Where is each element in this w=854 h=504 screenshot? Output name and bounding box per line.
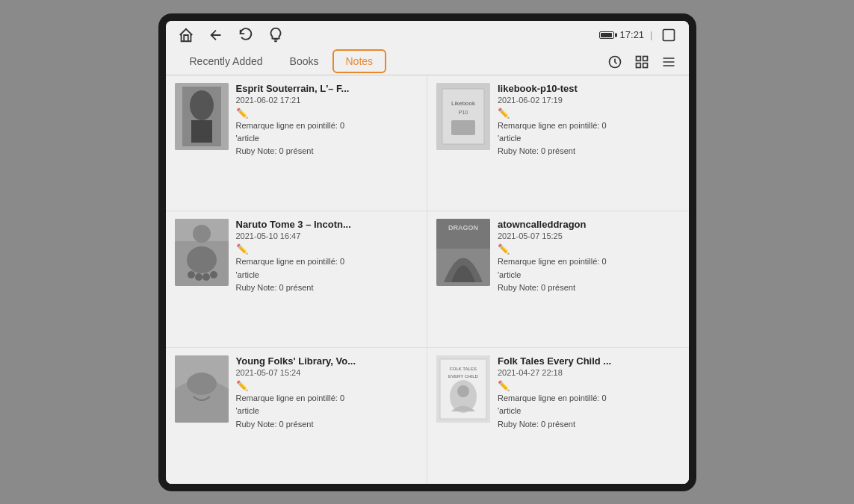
book-cover-likebook: Likebook P10 [436,83,490,150]
book-ruby: Ruby Note: 0 présent [236,146,418,157]
note-pencil-icon: ✏️ [498,243,680,255]
svg-point-21 [187,246,217,273]
book-date: 2021-05-07 15:24 [236,368,418,377]
book-date: 2021-04-27 22:18 [498,368,680,377]
refresh-icon[interactable] [236,25,256,45]
book-info-dragon: atowncalleddragon 2021-05-07 15:25 ✏️ Re… [498,219,680,293]
list-item[interactable]: FOLK TALES EVERY CHILD Folk Tales Every … [427,348,689,484]
book-cover-youngfolks [175,355,229,423]
svg-rect-17 [451,120,475,135]
tab-notes[interactable]: Notes [332,49,387,73]
book-title: Folk Tales Every Child ... [498,355,647,367]
svg-rect-5 [643,63,647,67]
svg-point-37 [457,385,469,397]
svg-text:FOLK TALES: FOLK TALES [450,367,477,371]
list-item[interactable]: Likebook P10 likebook-p10-test 2021-06-0… [427,75,689,211]
home-icon[interactable] [176,25,196,45]
svg-point-31 [187,373,217,395]
book-article: 'article [498,270,680,281]
top-bar: 17:21 | [166,21,689,49]
book-title: Esprit Souterrain, L'– F... [236,83,386,94]
book-title: Naruto Tome 3 – Incotn... [236,219,386,230]
book-cover-esprit [175,83,229,150]
book-remarque: Remarque ligne en pointillé: 0 [236,393,418,404]
svg-point-11 [190,90,214,120]
book-remarque: Remarque ligne en pointillé: 0 [498,120,680,131]
svg-point-20 [193,225,211,243]
list-item[interactable]: DRAGON atowncalleddragon 2021-05-07 15:2… [427,211,689,347]
time-display: 17:21 [620,29,645,40]
book-ruby: Ruby Note: 0 présent [498,146,680,157]
device-frame: 17:21 | Recently Added Books Notes [158,13,696,491]
svg-rect-12 [191,120,212,143]
svg-text:EVERY CHILD: EVERY CHILD [448,374,478,379]
svg-rect-4 [636,63,640,67]
svg-rect-3 [643,56,647,60]
book-ruby: Ruby Note: 0 présent [498,419,680,430]
note-pencil-icon: ✏️ [236,380,418,391]
note-pencil-icon: ✏️ [236,243,418,255]
back-icon[interactable] [206,25,226,45]
svg-point-24 [202,273,210,281]
book-info-esprit: Esprit Souterrain, L'– F... 2021-06-02 1… [236,83,418,158]
svg-text:DRAGON: DRAGON [448,224,478,231]
menu-icon[interactable] [659,52,678,72]
screen: 17:21 | Recently Added Books Notes [166,21,689,484]
note-pencil-icon: ✏️ [498,380,680,391]
book-article: 'article [236,270,418,281]
svg-rect-0 [663,29,674,40]
tab-books[interactable]: Books [276,49,332,75]
book-cover-folktales: FOLK TALES EVERY CHILD [436,355,490,423]
book-cover-naruto [175,219,229,286]
list-item[interactable]: Esprit Souterrain, L'– F... 2021-06-02 1… [166,75,427,211]
book-remarque: Remarque ligne en pointillé: 0 [236,256,418,267]
book-remarque: Remarque ligne en pointillé: 0 [498,393,680,404]
svg-point-22 [188,271,195,279]
book-info-youngfolks: Young Folks' Library, Vo... 2021-05-07 1… [236,355,418,430]
svg-rect-14 [442,89,484,144]
book-title: likebook-p10-test [498,83,647,94]
battery-icon [599,31,614,39]
top-bar-right: 17:21 | [599,25,678,45]
tab-recently-added[interactable]: Recently Added [176,49,276,75]
book-date: 2021-06-02 17:19 [498,96,680,105]
book-info-likebook: likebook-p10-test 2021-06-02 17:19 ✏️ Re… [498,83,680,158]
book-info-naruto: Naruto Tome 3 – Incotn... 2021-05-10 16:… [236,219,418,293]
svg-rect-27 [436,219,490,249]
top-bar-left [176,25,285,45]
grid-icon[interactable] [632,52,652,72]
svg-rect-2 [636,56,640,60]
screen-rotate-icon[interactable] [659,25,678,45]
list-item[interactable]: Naruto Tome 3 – Incotn... 2021-05-10 16:… [166,211,427,347]
nav-tabs: Recently Added Books Notes [166,49,689,75]
history-icon[interactable] [605,52,625,72]
book-article: 'article [236,133,418,144]
book-title: Young Folks' Library, Vo... [236,355,386,367]
book-article: 'article [498,133,680,144]
nav-left: Recently Added Books Notes [176,49,387,75]
divider: | [650,29,652,40]
bulb-icon[interactable] [266,25,285,45]
book-ruby: Ruby Note: 0 présent [498,282,680,293]
note-pencil-icon: ✏️ [498,108,680,119]
svg-point-25 [210,271,217,279]
book-date: 2021-05-10 16:47 [236,231,418,240]
book-remarque: Remarque ligne en pointillé: 0 [236,120,418,131]
book-info-folktales: Folk Tales Every Child ... 2021-04-27 22… [498,355,680,430]
note-pencil-icon: ✏️ [236,108,418,119]
svg-text:Likebook: Likebook [451,100,476,107]
book-ruby: Ruby Note: 0 présent [236,282,418,293]
book-grid: Esprit Souterrain, L'– F... 2021-06-02 1… [166,75,689,484]
book-cover-dragon: DRAGON [436,219,490,286]
nav-right [605,52,678,72]
book-title: atowncalleddragon [498,219,647,230]
book-date: 2021-06-02 17:21 [236,96,418,105]
book-ruby: Ruby Note: 0 présent [236,419,418,430]
svg-text:P10: P10 [459,110,468,115]
book-article: 'article [498,405,680,417]
list-item[interactable]: Young Folks' Library, Vo... 2021-05-07 1… [166,348,427,484]
svg-point-23 [195,273,202,281]
book-article: 'article [236,405,418,417]
book-remarque: Remarque ligne en pointillé: 0 [498,256,680,267]
book-date: 2021-05-07 15:25 [498,231,680,240]
